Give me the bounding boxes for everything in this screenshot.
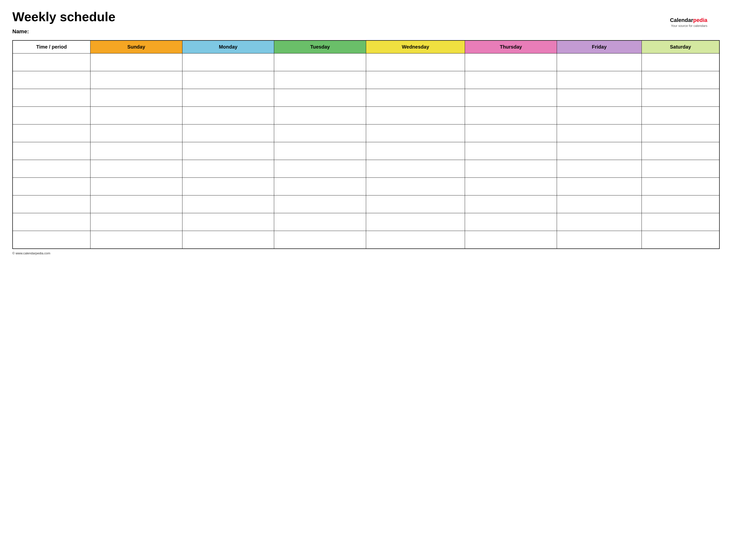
table-cell[interactable] — [13, 107, 90, 124]
table-cell[interactable] — [274, 53, 366, 71]
table-cell[interactable] — [182, 71, 274, 89]
table-cell[interactable] — [274, 71, 366, 89]
table-cell[interactable] — [274, 107, 366, 124]
table-cell[interactable] — [13, 160, 90, 178]
table-cell[interactable] — [90, 89, 182, 107]
table-cell[interactable] — [366, 107, 465, 124]
table-cell[interactable] — [274, 213, 366, 231]
table-cell[interactable] — [274, 178, 366, 195]
table-cell[interactable] — [182, 195, 274, 213]
table-cell[interactable] — [13, 124, 90, 142]
header-monday: Monday — [182, 40, 274, 53]
header-sunday: Sunday — [90, 40, 182, 53]
table-cell[interactable] — [642, 124, 719, 142]
brand-name-calendar: Calendar — [670, 17, 693, 23]
table-cell[interactable] — [274, 124, 366, 142]
header-saturday: Saturday — [642, 40, 719, 53]
table-cell[interactable] — [182, 213, 274, 231]
table-cell[interactable] — [90, 213, 182, 231]
table-cell[interactable] — [366, 124, 465, 142]
table-row — [13, 142, 719, 160]
table-cell[interactable] — [557, 178, 642, 195]
table-cell[interactable] — [465, 107, 557, 124]
table-cell[interactable] — [557, 195, 642, 213]
table-cell[interactable] — [465, 213, 557, 231]
table-cell[interactable] — [182, 53, 274, 71]
table-cell[interactable] — [274, 195, 366, 213]
table-cell[interactable] — [465, 71, 557, 89]
table-cell[interactable] — [366, 160, 465, 178]
table-cell[interactable] — [557, 231, 642, 249]
table-cell[interactable] — [557, 53, 642, 71]
table-cell[interactable] — [557, 124, 642, 142]
table-cell[interactable] — [642, 213, 719, 231]
table-cell[interactable] — [13, 142, 90, 160]
table-cell[interactable] — [642, 53, 719, 71]
table-cell[interactable] — [182, 142, 274, 160]
table-cell[interactable] — [13, 89, 90, 107]
table-cell[interactable] — [274, 89, 366, 107]
table-cell[interactable] — [465, 124, 557, 142]
table-cell[interactable] — [465, 231, 557, 249]
table-cell[interactable] — [182, 89, 274, 107]
table-cell[interactable] — [366, 71, 465, 89]
table-cell[interactable] — [557, 160, 642, 178]
table-cell[interactable] — [13, 53, 90, 71]
table-cell[interactable] — [90, 195, 182, 213]
table-cell[interactable] — [366, 195, 465, 213]
table-cell[interactable] — [90, 71, 182, 89]
table-cell[interactable] — [90, 178, 182, 195]
table-cell[interactable] — [366, 142, 465, 160]
table-cell[interactable] — [182, 178, 274, 195]
table-cell[interactable] — [13, 213, 90, 231]
table-cell[interactable] — [182, 160, 274, 178]
table-cell[interactable] — [557, 71, 642, 89]
table-cell[interactable] — [366, 178, 465, 195]
table-cell[interactable] — [90, 142, 182, 160]
table-cell[interactable] — [557, 89, 642, 107]
brand-name-pedia: pedia — [693, 17, 707, 23]
table-cell[interactable] — [465, 142, 557, 160]
table-cell[interactable] — [642, 195, 719, 213]
brand-logo: Calendarpedia Your source for calendars — [670, 17, 707, 28]
table-cell[interactable] — [642, 160, 719, 178]
table-cell[interactable] — [465, 195, 557, 213]
table-cell[interactable] — [642, 178, 719, 195]
table-row — [13, 178, 719, 195]
table-cell[interactable] — [642, 107, 719, 124]
table-cell[interactable] — [642, 89, 719, 107]
table-row — [13, 195, 719, 213]
table-cell[interactable] — [366, 53, 465, 71]
table-cell[interactable] — [13, 195, 90, 213]
table-cell[interactable] — [274, 142, 366, 160]
table-cell[interactable] — [182, 107, 274, 124]
table-cell[interactable] — [90, 160, 182, 178]
table-cell[interactable] — [366, 213, 465, 231]
table-cell[interactable] — [366, 89, 465, 107]
name-label: Name: — [12, 28, 720, 35]
table-cell[interactable] — [366, 231, 465, 249]
table-cell[interactable] — [90, 124, 182, 142]
table-cell[interactable] — [557, 213, 642, 231]
table-cell[interactable] — [642, 231, 719, 249]
table-cell[interactable] — [182, 231, 274, 249]
table-cell[interactable] — [13, 71, 90, 89]
table-cell[interactable] — [274, 231, 366, 249]
table-cell[interactable] — [182, 124, 274, 142]
table-row — [13, 107, 719, 124]
header-time: Time / period — [13, 40, 90, 53]
table-cell[interactable] — [465, 53, 557, 71]
table-cell[interactable] — [465, 160, 557, 178]
table-cell[interactable] — [642, 142, 719, 160]
table-cell[interactable] — [274, 160, 366, 178]
table-cell[interactable] — [90, 231, 182, 249]
table-cell[interactable] — [642, 71, 719, 89]
table-cell[interactable] — [557, 107, 642, 124]
table-cell[interactable] — [13, 178, 90, 195]
table-cell[interactable] — [90, 107, 182, 124]
table-cell[interactable] — [557, 142, 642, 160]
table-cell[interactable] — [465, 178, 557, 195]
table-cell[interactable] — [90, 53, 182, 71]
table-cell[interactable] — [13, 231, 90, 249]
table-cell[interactable] — [465, 89, 557, 107]
